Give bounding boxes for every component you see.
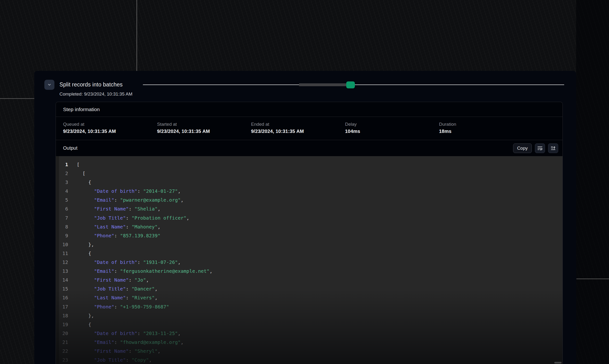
line-number: 3 (56, 178, 68, 187)
background-horizontal-line-right (576, 278, 609, 279)
line-content: "Date of birth": "2014-01-27", (77, 188, 181, 194)
code-line: 6 "First Name": "Shelia", (56, 205, 563, 213)
timing-field-value: 18ms (439, 129, 533, 134)
code-line: 15 "Job Title": "Dancer", (56, 285, 563, 293)
timing-field-label: Ended at (251, 122, 345, 127)
line-content: "Phone": "857.139.8239" (77, 233, 160, 238)
background-right-strip (576, 0, 609, 364)
timing-field-value: 9/23/2024, 10:31:35 AM (251, 129, 345, 134)
line-content: "Email": "pwarner@example.org", (77, 197, 184, 203)
code-line: 19 { (56, 320, 563, 329)
code-line: 21 "Email": "fhoward@example.org", (56, 338, 563, 347)
line-content: "First Name": "Sheryl", (77, 348, 160, 354)
code-line: 23 "Job Title": "Copy", (56, 356, 563, 364)
code-line: 7 "Job Title": "Probation officer", (56, 214, 563, 222)
line-number: 20 (56, 329, 68, 338)
line-number: 8 (56, 222, 68, 231)
code-line: 3 { (56, 178, 563, 187)
timing-field-label: Started at (157, 122, 251, 127)
line-number: 2 (56, 169, 68, 178)
line-content: "Last Name": "Rivers", (77, 295, 157, 300)
line-number: 14 (56, 276, 68, 285)
step-information-card: Step information Queued at 9/23/2024, 10… (56, 102, 563, 364)
line-number: 15 (56, 285, 68, 293)
line-content: "Job Title": "Probation officer", (77, 215, 189, 221)
timing-field-value: 9/23/2024, 10:31:35 AM (63, 129, 157, 134)
timing-field-value: 104ms (345, 129, 439, 134)
line-content: "Email": "fergusonkatherine@example.net"… (77, 268, 212, 274)
scroll-to-top-icon (550, 145, 556, 151)
code-line: 2 [ (56, 169, 563, 178)
code-line: 1[ (56, 160, 563, 169)
line-number: 23 (56, 356, 68, 364)
collapse-step-button[interactable] (44, 80, 55, 90)
timing-field-value: 9/23/2024, 10:31:35 AM (157, 129, 251, 134)
card-header: Step information (56, 102, 563, 117)
copy-button[interactable]: Copy (513, 143, 532, 153)
code-line: 13 "Email": "fergusonkatherine@example.n… (56, 267, 563, 276)
scroll-to-top-button[interactable] (548, 143, 558, 153)
code-line: 10 }, (56, 240, 563, 249)
code-line: 12 "Date of birth": "1931-07-26", (56, 258, 563, 267)
background-vertical-line (137, 0, 137, 71)
line-content: "Date of birth": "2013-11-25", (77, 330, 181, 336)
line-number: 16 (56, 293, 68, 302)
code-line: 17 "Phone": "+1-950-759-8687" (56, 302, 563, 311)
line-content: "Job Title": "Dancer", (77, 286, 157, 292)
output-toolbar: Copy (513, 143, 558, 153)
line-number: 12 (56, 258, 68, 267)
line-content: [ (77, 162, 80, 167)
scrollbar-thumb[interactable] (554, 362, 562, 364)
line-content: { (77, 179, 91, 185)
output-code-viewer[interactable]: 1[2 [3 {4 "Date of birth": "2014-01-27",… (56, 156, 563, 364)
line-content: { (77, 322, 91, 327)
step-information-title: Step information (63, 106, 100, 112)
line-content: "First Name": "Shelia", (77, 206, 160, 212)
timing-row: Queued at 9/23/2024, 10:31:35 AM Started… (56, 117, 563, 140)
timing-field: Queued at 9/23/2024, 10:31:35 AM (63, 122, 157, 134)
line-number: 22 (56, 347, 68, 356)
code-line: 11 { (56, 249, 563, 258)
code-line: 9 "Phone": "857.139.8239" (56, 231, 563, 240)
code-line: 16 "Last Name": "Rivers", (56, 293, 563, 302)
timing-field: Duration 18ms (439, 122, 533, 134)
line-number: 10 (56, 240, 68, 249)
timeline-handle[interactable] (346, 81, 355, 88)
line-number: 9 (56, 231, 68, 240)
timing-field-label: Queued at (63, 122, 157, 127)
timing-field-label: Duration (439, 122, 533, 127)
output-header: Output Copy (56, 140, 563, 156)
line-number: 19 (56, 320, 68, 329)
step-title: Split records into batches (59, 81, 123, 88)
timeline-track[interactable] (143, 85, 564, 85)
code-line: 22 "First Name": "Sheryl", (56, 347, 563, 356)
line-number: 13 (56, 267, 68, 276)
code-lines-container: 1[2 [3 {4 "Date of birth": "2014-01-27",… (56, 160, 563, 364)
background-horizontal-line-left (0, 98, 34, 99)
line-content: "Job Title": "Copy", (77, 357, 152, 363)
code-line: 5 "Email": "pwarner@example.org", (56, 196, 563, 205)
code-line: 20 "Date of birth": "2013-11-25", (56, 329, 563, 338)
line-content: "First Name": "Jo", (77, 277, 149, 283)
line-number: 5 (56, 196, 68, 205)
line-number: 4 (56, 187, 68, 196)
code-line: 4 "Date of birth": "2014-01-27", (56, 187, 563, 196)
line-number: 21 (56, 338, 68, 347)
code-line: 8 "Last Name": "Mahoney", (56, 222, 563, 231)
word-wrap-icon (537, 145, 543, 151)
line-number: 17 (56, 302, 68, 311)
step-detail-panel: Split records into batches Completed: 9/… (34, 71, 576, 364)
timing-field: Started at 9/23/2024, 10:31:35 AM (157, 122, 251, 134)
chevron-down-icon (47, 83, 52, 87)
line-content: { (77, 250, 91, 256)
line-content: [ (77, 170, 85, 176)
code-line: 18 }, (56, 311, 563, 320)
timeline-range[interactable] (299, 83, 346, 86)
line-content: "Last Name": "Mahoney", (77, 224, 160, 230)
timing-field: Ended at 9/23/2024, 10:31:35 AM (251, 122, 345, 134)
word-wrap-button[interactable] (535, 143, 545, 153)
line-content: "Email": "fhoward@example.org", (77, 339, 184, 345)
line-number: 7 (56, 214, 68, 222)
timing-field: Delay 104ms (345, 122, 439, 134)
line-content: "Phone": "+1-950-759-8687" (77, 304, 169, 310)
